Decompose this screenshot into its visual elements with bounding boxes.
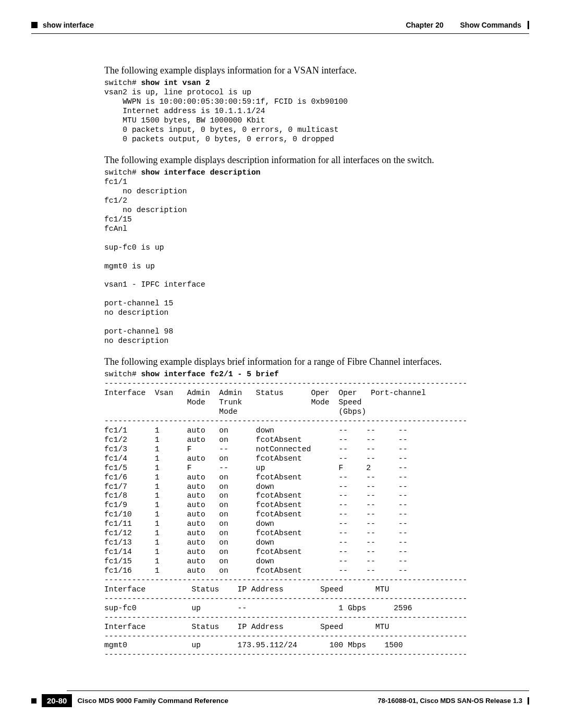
footer-rule bbox=[67, 690, 529, 691]
footer-release: 78-16088-01, Cisco MDS SAN-OS Release 1.… bbox=[378, 697, 522, 705]
paragraph-2: The following example displays descripti… bbox=[104, 154, 511, 166]
square-bullet-icon bbox=[31, 698, 36, 704]
footer-left: 20-80 Cisco MDS 9000 Family Command Refe… bbox=[31, 694, 228, 707]
running-footer: 20-80 Cisco MDS 9000 Family Command Refe… bbox=[31, 690, 529, 707]
cli-output: vsan2 is up, line protocol is up WWPN is… bbox=[104, 88, 348, 143]
footer-book-title: Cisco MDS 9000 Family Command Reference bbox=[77, 697, 228, 705]
cli-block-2: switch# show interface description fc1/1… bbox=[104, 168, 511, 346]
cli-output: fc1/1 no description fc1/2 no descriptio… bbox=[104, 178, 205, 345]
header-left: show interface bbox=[31, 21, 94, 29]
footer-right: 78-16088-01, Cisco MDS SAN-OS Release 1.… bbox=[378, 697, 529, 705]
cli-command: show interface description bbox=[141, 168, 261, 177]
header-left-text: show interface bbox=[43, 21, 94, 29]
page-number: 20-80 bbox=[42, 694, 72, 707]
cli-command: show int vsan 2 bbox=[141, 79, 210, 87]
cli-block-1: switch# show int vsan 2 vsan2 is up, lin… bbox=[104, 79, 511, 144]
cli-prompt: switch# bbox=[104, 79, 141, 87]
square-bullet-icon bbox=[31, 22, 38, 28]
header-right: Chapter 20 Show Commands bbox=[406, 21, 529, 29]
cli-command: show interface fc2/1 - 5 brief bbox=[141, 370, 279, 378]
header-bar-icon bbox=[528, 21, 529, 29]
main-content: The following example displays informati… bbox=[104, 60, 511, 669]
footer-bar-icon bbox=[528, 697, 529, 705]
paragraph-1: The following example displays informati… bbox=[104, 64, 511, 77]
paragraph-3: The following example displays brief inf… bbox=[104, 355, 511, 368]
header-rule bbox=[31, 33, 529, 34]
cli-block-3: switch# show interface fc2/1 - 5 brief -… bbox=[104, 370, 511, 660]
header-chapter: Chapter 20 bbox=[406, 21, 443, 29]
header-title: Show Commands bbox=[460, 21, 521, 29]
running-header: show interface Chapter 20 Show Commands bbox=[31, 21, 529, 29]
cli-prompt: switch# bbox=[104, 168, 141, 177]
cli-output: ----------------------------------------… bbox=[104, 379, 467, 659]
cli-prompt: switch# bbox=[104, 370, 141, 378]
